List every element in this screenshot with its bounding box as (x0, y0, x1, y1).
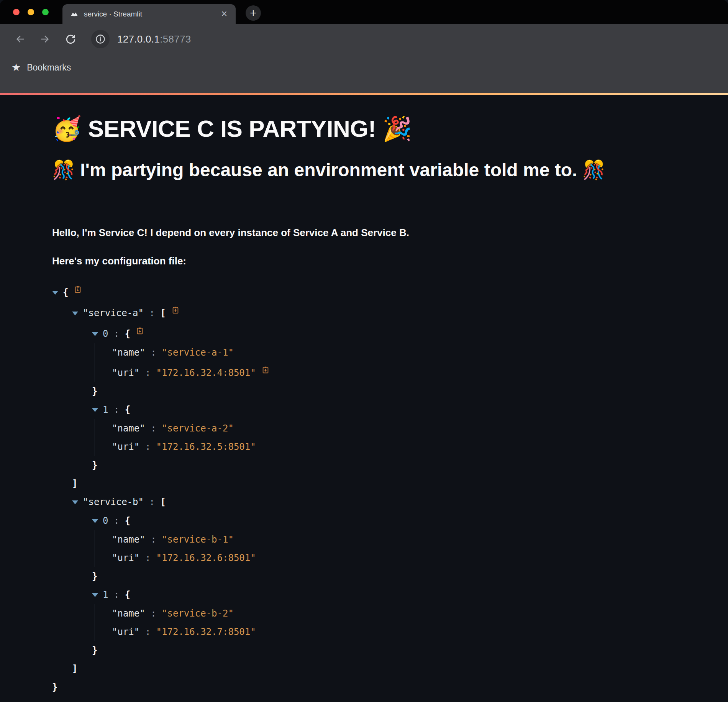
json-index: 1 (103, 404, 108, 415)
collapse-arrow-icon[interactable] (72, 304, 83, 323)
json-colon: : (108, 404, 125, 415)
json-colon: : (139, 627, 156, 637)
copy-to-clipboard-icon[interactable] (171, 302, 180, 320)
json-string-value: "172.16.32.5:8501" (156, 441, 256, 452)
json-a0-children: "name" : "service-a-1" "uri" : "172.16.3… (95, 343, 674, 382)
copy-to-clipboard-icon[interactable] (74, 281, 82, 300)
forward-button[interactable] (35, 29, 55, 49)
json-row-service-a-open: "service-a" : [ (72, 302, 674, 323)
json-key: "name" (112, 423, 145, 434)
json-brace: } (92, 386, 97, 397)
json-row-a1-uri: "uri" : "172.16.32.5:8501" (112, 438, 674, 456)
intro-text: Hello, I'm Service C! I depend on every … (52, 226, 674, 239)
json-brace: } (92, 571, 97, 582)
streamlit-app-content: 🥳 SERVICE C IS PARTYING! 🎉 🎊 I'm partyin… (0, 95, 728, 702)
copy-to-clipboard-icon[interactable] (136, 323, 144, 341)
json-brace: } (92, 645, 97, 656)
json-viewer: { "service-a" : [ 0 : { "name" : "servic… (52, 281, 674, 696)
collapse-arrow-icon[interactable] (92, 512, 103, 530)
json-colon: : (145, 534, 162, 545)
json-colon: : (144, 497, 160, 507)
json-brace: { (125, 515, 130, 526)
json-row-a0-close: } (92, 382, 674, 400)
json-key: "name" (112, 534, 145, 545)
maximize-window-button[interactable] (42, 9, 49, 15)
json-string-value: "service-b-2" (162, 608, 234, 619)
copy-to-clipboard-icon[interactable] (261, 362, 270, 380)
tab-title: service · Streamlit (84, 10, 214, 18)
url-text[interactable]: 127.0.0.1:58773 (117, 33, 191, 45)
json-row-service-a-close: ] (72, 474, 674, 493)
json-row-a1-close: } (92, 456, 674, 474)
bookmarks-button[interactable]: ★ Bookmarks (11, 59, 71, 76)
reload-button[interactable] (61, 29, 80, 49)
json-brace: } (52, 682, 57, 692)
json-bracket: [ (160, 497, 166, 507)
json-row-a1-name: "name" : "service-a-2" (112, 419, 674, 438)
collapse-arrow-icon[interactable] (92, 586, 103, 604)
tab-close-icon[interactable]: × (220, 9, 229, 19)
json-a1-children: "name" : "service-a-2" "uri" : "172.16.3… (95, 419, 674, 456)
bookmarks-label: Bookmarks (27, 62, 71, 73)
json-row-b1-name: "name" : "service-b-2" (112, 604, 674, 623)
config-label: Here's my configuration file: (52, 255, 674, 267)
json-key: "name" (112, 608, 145, 619)
json-bracket: ] (72, 663, 77, 674)
json-key: "service-b" (83, 497, 144, 507)
json-string-value: "service-a-2" (162, 423, 234, 434)
json-colon: : (144, 308, 160, 318)
json-colon: : (139, 367, 156, 378)
json-service-a-children: 0 : { "name" : "service-a-1" "uri" : "17… (75, 323, 674, 474)
json-row-b1-open: 1 : { (92, 586, 674, 604)
json-row-service-b-close: ] (72, 659, 674, 678)
browser-toolbar: 127.0.0.1:58773 (0, 24, 728, 54)
json-row-b1-uri: "uri" : "172.16.32.7:8501" (112, 623, 674, 641)
json-colon: : (139, 553, 156, 563)
json-colon: : (139, 441, 156, 452)
json-row-a0-uri: "uri" : "172.16.32.4:8501" (112, 362, 674, 382)
browser-tab[interactable]: service · Streamlit × (62, 4, 236, 24)
new-tab-button[interactable]: + (246, 5, 261, 21)
browser-window: service · Streamlit × + 127.0.0.1:58773 … (0, 0, 728, 702)
collapse-arrow-icon[interactable] (92, 325, 103, 343)
json-string-value: "service-a-1" (162, 347, 234, 358)
json-row-service-b-open: "service-b" : [ (72, 493, 674, 512)
json-row-b0-open: 0 : { (92, 512, 674, 530)
json-brace: { (63, 287, 68, 298)
json-brace: { (125, 328, 130, 339)
json-service-b-children: 0 : { "name" : "service-b-1" "uri" : "17… (75, 512, 674, 659)
json-colon: : (108, 589, 125, 600)
json-b1-children: "name" : "service-b-2" "uri" : "172.16.3… (95, 604, 674, 641)
json-string-value: "172.16.32.7:8501" (156, 627, 256, 637)
json-row-root-open: { (52, 281, 674, 302)
json-string-value: "172.16.32.6:8501" (156, 553, 256, 563)
json-key: "service-a" (83, 308, 144, 318)
json-colon: : (108, 328, 125, 339)
json-colon: : (145, 423, 162, 434)
json-bracket: [ (160, 308, 166, 318)
json-row-a1-open: 1 : { (92, 400, 674, 419)
json-string-value: "172.16.32.4:8501" (156, 367, 256, 378)
star-icon: ★ (11, 62, 21, 73)
json-colon: : (145, 608, 162, 619)
close-window-button[interactable] (13, 9, 20, 15)
json-brace: } (92, 460, 97, 471)
json-row-root-close: } (52, 678, 674, 696)
page-subtitle: 🎊 I'm partying because an environment va… (52, 159, 674, 181)
minimize-window-button[interactable] (28, 9, 34, 15)
json-index: 0 (103, 328, 108, 339)
site-info-icon[interactable] (91, 30, 110, 48)
back-button[interactable] (10, 29, 30, 49)
url-host: 127.0.0.1 (117, 33, 160, 45)
json-key: "uri" (112, 441, 139, 452)
collapse-arrow-icon[interactable] (72, 493, 83, 512)
address-bar[interactable]: 127.0.0.1:58773 (91, 30, 191, 48)
json-key: "uri" (112, 367, 139, 378)
collapse-arrow-icon[interactable] (52, 284, 63, 302)
collapse-arrow-icon[interactable] (92, 401, 103, 419)
tab-strip: service · Streamlit × + (0, 0, 728, 24)
json-brace: { (125, 404, 130, 415)
json-index: 0 (103, 515, 108, 526)
json-row-a0-open: 0 : { (92, 323, 674, 343)
json-root-children: "service-a" : [ 0 : { "name" : "service-… (55, 302, 674, 678)
